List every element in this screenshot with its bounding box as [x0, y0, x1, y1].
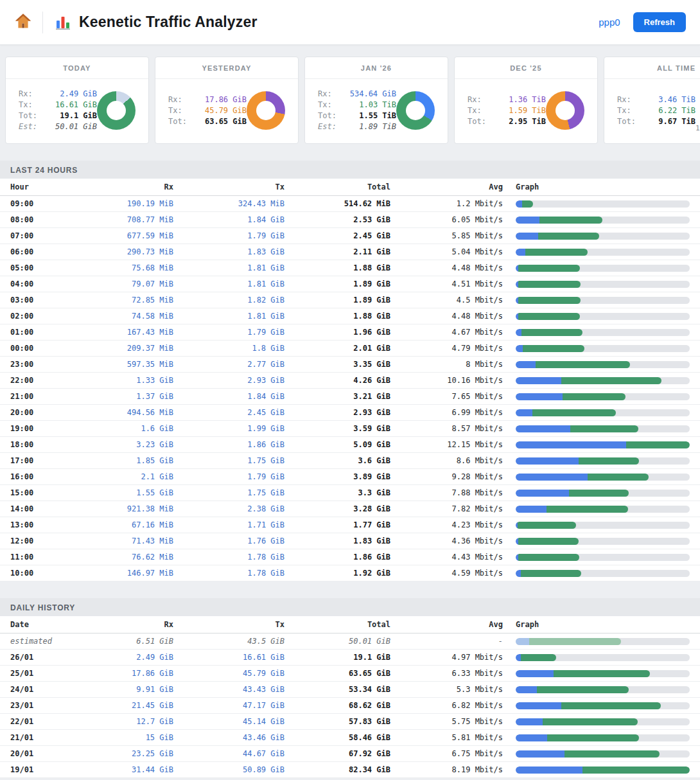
cell-total: 1.92 GiB: [284, 565, 390, 581]
cell-rx: 76.62 MiB: [77, 549, 173, 565]
bar-track: [516, 249, 690, 256]
cell-rx: 190.19 MiB: [77, 196, 173, 212]
cell-rx: 167.43 MiB: [77, 324, 173, 341]
bar-fill: [516, 249, 588, 256]
bar-tx-segment: [521, 570, 582, 577]
stat-value-tot: 2.95 TiB: [509, 116, 546, 127]
bar-track: [516, 265, 690, 272]
cell-date: 19/01: [0, 762, 77, 778]
table-row: 12:0071.43 MiB1.76 GiB1.83 GiB4.36 Mbit/…: [0, 533, 700, 549]
cell-tx: 43.43 GiB: [173, 682, 284, 698]
bar-tx-segment: [543, 718, 638, 725]
bar-rx-segment: [516, 361, 536, 368]
cell-hour: 16:00: [0, 469, 77, 485]
bar-rx-segment: [516, 670, 554, 677]
cell-hour: 01:00: [0, 324, 77, 341]
column-header-total: Total: [284, 616, 390, 634]
stat-value-tx: 45.79 GiB: [205, 105, 247, 116]
cell-tx: 1.82 GiB: [173, 292, 284, 308]
cell-hour: 17:00: [0, 453, 77, 469]
bar-track: [516, 538, 690, 545]
bar-tx-segment: [537, 686, 629, 693]
cell-graph: [503, 421, 700, 437]
stat-value-tot: 19.1 GiB: [60, 111, 97, 121]
stat-label-rx: Rx:: [19, 89, 33, 100]
bar-track: [516, 654, 690, 661]
bar-track: [516, 734, 690, 741]
cell-graph: [503, 730, 700, 746]
cell-hour: 21:00: [0, 389, 77, 405]
cell-total: 1.89 GiB: [284, 292, 390, 308]
cell-total: 3.6 GiB: [284, 453, 390, 469]
cell-avg: 8.19 Mbit/s: [390, 762, 503, 778]
home-button[interactable]: [14, 12, 32, 33]
cell-graph: [503, 746, 700, 762]
bar-track: [516, 506, 690, 513]
stat-label-est: Est:: [19, 121, 37, 132]
stat-label-tx: Tx:: [318, 100, 332, 111]
cell-tx: 1.83 GiB: [173, 244, 284, 260]
bar-rx-segment: [516, 409, 532, 416]
table-row: 02:0074.58 MiB1.81 GiB1.88 GiB4.48 Mbit/…: [0, 308, 700, 324]
cell-tx: 1.8 GiB: [173, 341, 284, 357]
column-header-total: Total: [284, 179, 390, 196]
cell-total: 67.92 GiB: [284, 746, 390, 762]
column-header-date: Date: [0, 616, 77, 634]
bar-rx-segment: [516, 393, 563, 400]
card-stats: Rx:1.36 TiBTx:1.59 TiBTot:2.95 TiB: [468, 94, 546, 127]
cell-total: 53.34 GiB: [284, 682, 390, 698]
cell-avg: 7.65 Mbit/s: [390, 389, 503, 405]
stat-value-tx: 16.61 GiB: [55, 100, 97, 111]
cell-avg: 4.48 Mbit/s: [390, 308, 503, 324]
table-row: 18:003.23 GiB1.86 GiB5.09 GiB12.15 Mbit/…: [0, 437, 700, 453]
cell-tx: 2.38 GiB: [173, 501, 284, 517]
card-body: Rx:17.86 GiBTx:45.79 GiBTot:63.65 GiB: [155, 79, 298, 143]
bar-track: [516, 670, 690, 677]
cell-tx: 1.78 GiB: [173, 549, 284, 565]
cell-rx: 9.91 GiB: [77, 682, 173, 698]
table-row: 25/0117.86 GiB45.79 GiB63.65 GiB6.33 Mbi…: [0, 666, 700, 682]
cell-graph: [503, 357, 700, 373]
bar-tx-segment: [582, 767, 690, 774]
stat-label-tx: Tx:: [617, 105, 631, 116]
bar-track: [516, 441, 690, 448]
stat-row: Tx:6.22 TiB: [617, 105, 696, 116]
cell-tx: 1.86 GiB: [173, 437, 284, 453]
bar-track: [516, 297, 690, 304]
cell-date: 24/01: [0, 682, 77, 698]
cell-total: 1.88 GiB: [284, 260, 390, 276]
bar-tx-segment: [539, 217, 602, 224]
bar-rx-segment: [516, 200, 522, 208]
cell-graph: [503, 650, 700, 666]
stat-row: Est:50.01 GiB: [19, 121, 97, 132]
cell-hour: 06:00: [0, 244, 77, 260]
cell-total: 1.96 GiB: [284, 324, 390, 341]
cell-graph: [503, 373, 700, 389]
since-date: 18/09/2025: [696, 123, 700, 133]
cell-total: 82.34 GiB: [284, 762, 390, 778]
bar-rx-segment: [516, 654, 521, 661]
cell-avg: 4.43 Mbit/s: [390, 549, 503, 565]
bar-tx-segment: [536, 361, 630, 368]
bar-rx-segment: [516, 686, 537, 693]
table-row: 20/0123.25 GiB44.67 GiB67.92 GiB6.75 Mbi…: [0, 746, 700, 762]
bar-rx-segment: [516, 506, 547, 513]
bar-tx-segment: [547, 506, 628, 513]
cell-total: 2.53 GiB: [284, 212, 390, 228]
cell-avg: 6.05 Mbit/s: [390, 212, 503, 228]
card-body: Rx:3.46 TiBTx:6.22 TiBTot:9.67 TiBSince:…: [604, 79, 700, 143]
cell-avg: 12.15 Mbit/s: [390, 437, 503, 453]
cell-graph: [503, 533, 700, 549]
refresh-button[interactable]: Refresh: [633, 12, 686, 32]
bar-tx-segment: [518, 554, 579, 561]
table-row: 09:00190.19 MiB324.43 MiB514.62 MiB1.2 M…: [0, 196, 700, 212]
stat-value-rx: 3.46 TiB: [658, 94, 696, 105]
table-row: 19:001.6 GiB1.99 GiB3.59 GiB8.57 Mbit/s: [0, 421, 700, 437]
stat-label-rx: Rx:: [468, 94, 482, 105]
column-header-tx: Tx: [173, 179, 284, 196]
bar-track: [516, 361, 690, 368]
interface-link[interactable]: ppp0: [599, 17, 620, 28]
bar-fill: [516, 654, 556, 661]
cell-rx: 2.49 GiB: [77, 650, 173, 666]
bar-fill: [516, 217, 602, 224]
